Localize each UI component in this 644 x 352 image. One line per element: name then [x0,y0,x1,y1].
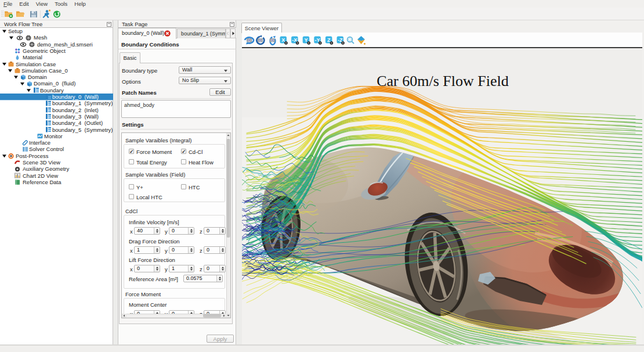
svg-text:Reference Data: Reference Data [23,179,61,185]
svg-text:Simulation Case: Simulation Case [16,61,56,67]
svg-text:boundary_0 (Wall): boundary_0 (Wall) [52,94,99,100]
svg-text:Boundary: Boundary [40,87,64,94]
svg-text:Setup: Setup [8,28,23,34]
svg-text:Material: Material [23,54,42,60]
svg-text:Y: Y [304,37,307,43]
svg-text:Mesh: Mesh [34,34,47,41]
svg-text:boundary_3 (Wall): boundary_3 (Wall) [52,113,99,120]
svg-text:Domain_0 (fluid): Domain_0 (fluid) [34,80,75,87]
svg-text:boundary_1 (Symmetry): boundary_1 (Symmetry) [52,100,113,106]
svg-text:Monitor: Monitor [44,133,63,139]
svg-text:Domain: Domain [28,74,47,80]
svg-text:Solver Control: Solver Control [29,146,64,152]
svg-text:Simulation Case_0: Simulation Case_0 [21,67,68,74]
svg-text:Post-Process: Post-Process [16,153,49,159]
svg-text:boundary_5 (Symmetry): boundary_5 (Symmetry) [52,127,113,133]
svg-text:Geometric Object: Geometric Object [23,48,66,54]
svg-text:boundary_4 (Outlet): boundary_4 (Outlet) [52,120,103,126]
svg-text:Z: Z [327,37,331,43]
svg-text:X: X [281,37,285,43]
svg-text:boundary_2 (Inlet): boundary_2 (Inlet) [52,107,99,113]
svg-text:Auxiliary Geometry: Auxiliary Geometry [23,166,69,172]
svg-text:Chart 2D View: Chart 2D View [23,173,58,179]
svg-text:Interface: Interface [29,139,50,146]
svg-text:Scene 3D View: Scene 3D View [23,159,60,166]
svg-text:demo_mesh_id.smseri: demo_mesh_id.smseri [37,41,93,48]
